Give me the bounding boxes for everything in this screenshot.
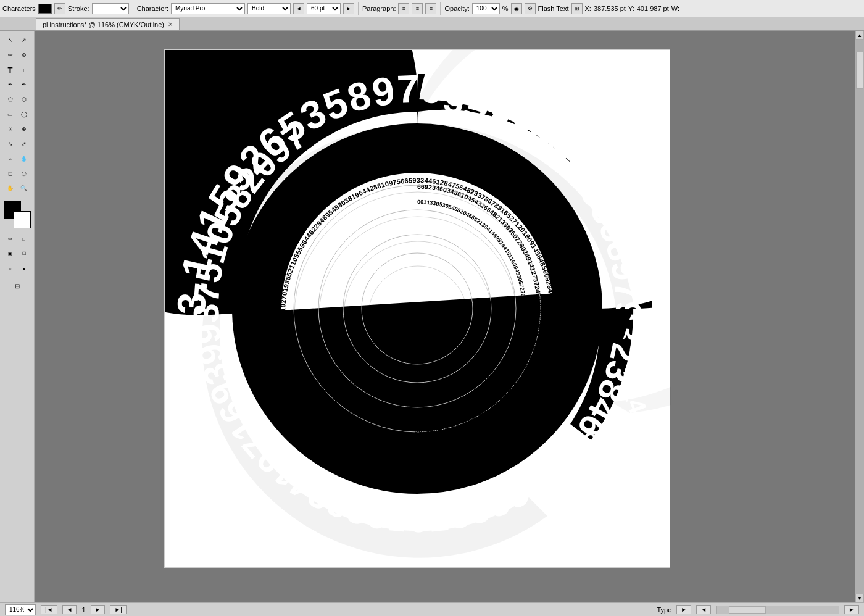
align-left-btn[interactable]: ≡ xyxy=(398,3,409,14)
bezigon-tool[interactable]: ⬠ xyxy=(4,93,17,106)
tab-bar: pi instructions* @ 116% (CMYK/Outline) ✕ xyxy=(0,17,864,31)
font-size-decrease-btn[interactable]: ◄ xyxy=(293,3,304,14)
character-label: Character: xyxy=(137,5,168,12)
scale-tool[interactable]: ⤡ xyxy=(4,137,17,151)
lasso-tool[interactable]: ⊙ xyxy=(17,48,30,62)
ellipse-tool[interactable]: ◯ xyxy=(17,107,30,121)
prev-page-btn[interactable]: ◄ xyxy=(62,605,77,614)
hand-tool[interactable]: ✋ xyxy=(4,181,17,195)
left-toolbar: ↖ ↗ ✏ ⊙ T Tᵢ ✒ ✒ ⬠ ⬡ ▭ ◯ ⚔ ⊕ ⤡ ⤢ xyxy=(0,31,35,602)
align-right-btn[interactable]: ≡ xyxy=(425,3,436,14)
scroll-right-btn[interactable]: ► xyxy=(844,605,859,614)
knife-tool[interactable]: ⚔ xyxy=(4,122,17,136)
characters-label: Characters xyxy=(2,5,36,12)
zoom-dropdown[interactable]: 116% xyxy=(5,604,36,615)
font-family-dropdown[interactable]: Myriad Pro xyxy=(171,3,245,14)
scroll-left-btn[interactable]: ◄ xyxy=(696,605,711,614)
paint-tools: ⬦ 💧 xyxy=(4,152,30,165)
w-label: W: xyxy=(671,5,679,12)
canvas-area: 3.14159265358979323846264338327950288419… xyxy=(35,31,855,602)
hide-btn[interactable]: ○ xyxy=(4,262,17,275)
color-swatch[interactable] xyxy=(38,4,52,14)
svg-point-14 xyxy=(318,210,516,407)
paint-bucket-tool[interactable]: ⬦ xyxy=(4,152,17,165)
flash-text-btn[interactable]: ⊞ xyxy=(571,3,583,14)
scroll-track xyxy=(855,40,864,594)
font-size-increase-btn[interactable]: ► xyxy=(343,3,354,14)
right-scrollbar: ▲ ▼ xyxy=(855,31,864,602)
opacity-dropdown[interactable]: 100 xyxy=(472,3,500,14)
tab-label: pi instructions* @ 116% (CMYK/Outline) xyxy=(43,21,164,28)
paragraph-label: Paragraph: xyxy=(362,5,396,12)
rectangle-tool[interactable]: ▭ xyxy=(4,107,17,121)
text-tool[interactable]: T xyxy=(4,63,17,77)
pen-tools: ✒ ✒ xyxy=(4,78,30,91)
stroke-label: Stroke: xyxy=(68,5,89,12)
pi-main-svg: 3.14159265358979323846264338327950288419… xyxy=(183,74,652,543)
shape-tools: ▭ ◯ xyxy=(4,107,30,121)
tab-close-btn[interactable]: ✕ xyxy=(168,21,173,28)
last-page-btn[interactable]: ►| xyxy=(110,605,127,614)
subselect-tool[interactable]: ↗ xyxy=(17,33,30,47)
fill-mode-btn[interactable]: ▣ xyxy=(4,247,17,260)
h-scrollbar xyxy=(716,606,839,614)
settings-btn[interactable]: ⚙ xyxy=(525,3,536,14)
y-value: 401.987 pt xyxy=(637,5,669,12)
x-label: X: xyxy=(585,5,591,12)
document-tab[interactable]: pi instructions* @ 116% (CMYK/Outline) ✕ xyxy=(36,18,180,30)
outline-view-btn[interactable]: □ xyxy=(17,232,30,246)
view-tools: ▭ □ xyxy=(4,232,30,246)
pen-sub-tool[interactable]: ✒ xyxy=(17,78,30,91)
artboard: 3.14159265358979323846264338327950288419… xyxy=(164,49,670,568)
opacity-label: Opacity: xyxy=(444,5,469,12)
scroll-thumb[interactable] xyxy=(856,52,863,89)
special-tools: ○ ● xyxy=(4,262,30,275)
blur-tool[interactable]: ◌ xyxy=(17,167,30,180)
knife-tools: ⚔ ⊕ xyxy=(4,122,30,136)
bezigon-sub-tool[interactable]: ⬡ xyxy=(17,93,30,106)
next-page-btn[interactable]: ► xyxy=(91,605,106,614)
scale-tools: ⤡ ⤢ xyxy=(4,137,30,151)
eraser-tools: ◻ ◌ xyxy=(4,167,30,180)
stroke-mode-btn[interactable]: ☐ xyxy=(17,247,30,260)
font-size-dropdown[interactable]: 60 pt xyxy=(307,3,341,14)
lasso-tools: ✏ ⊙ xyxy=(4,48,30,62)
screen-mode-btn[interactable]: ⊟ xyxy=(4,279,31,293)
top-toolbar: Characters ✏ Stroke: Character: Myriad P… xyxy=(0,0,864,17)
sep3 xyxy=(440,2,441,15)
normal-view-btn[interactable]: ▭ xyxy=(4,232,17,246)
first-page-btn[interactable]: |◄ xyxy=(41,605,57,614)
pen-tool[interactable]: ✒ xyxy=(4,78,17,91)
align-center-btn[interactable]: ≡ xyxy=(412,3,423,14)
page-number: 1 xyxy=(81,606,85,614)
hand-tools: ✋ 🔍 xyxy=(4,181,30,195)
select-tools: ↖ ↗ xyxy=(4,33,30,47)
pi-content-wrapper: 3.14159265358979323846264338327950288419… xyxy=(165,50,670,567)
svg-point-16 xyxy=(362,253,473,364)
scroll-down-btn[interactable]: ▼ xyxy=(855,594,864,602)
transform-tool[interactable]: ⊕ xyxy=(17,122,30,136)
stroke-dropdown[interactable] xyxy=(92,3,129,14)
show-btn[interactable]: ● xyxy=(17,262,30,275)
select-tool[interactable]: ↖ xyxy=(4,33,17,47)
text-sub-tool[interactable]: Tᵢ xyxy=(17,63,30,77)
opacity-btn[interactable]: ◉ xyxy=(511,3,522,14)
font-weight-dropdown[interactable]: Bold xyxy=(247,3,291,14)
background-swatch[interactable] xyxy=(14,211,31,228)
stroke-tool-btn[interactable]: ✏ xyxy=(54,3,65,14)
bezigon-tools: ⬠ ⬡ xyxy=(4,93,30,106)
eyedropper-tool[interactable]: 💧 xyxy=(17,152,30,165)
text-tools: T Tᵢ xyxy=(4,63,30,77)
scroll-up-btn[interactable]: ▲ xyxy=(855,31,864,40)
svg-text:3238462: 3238462 xyxy=(548,512,573,543)
zoom-tool[interactable]: 🔍 xyxy=(17,181,30,195)
svg-text:117450284102701938521105559644: 1174502841027019385211055596446229489549… xyxy=(391,165,561,452)
skew-tool[interactable]: ⤢ xyxy=(17,137,30,151)
svg-text:65358979: 65358979 xyxy=(579,428,623,536)
h-scroll-thumb[interactable] xyxy=(729,606,766,614)
eraser-tool[interactable]: ◻ xyxy=(4,167,17,180)
color-swatch-area xyxy=(4,201,31,228)
bottom-bar: 116% |◄ ◄ 1 ► ►| Type ► ◄ ► xyxy=(0,602,864,616)
type-arrow-btn[interactable]: ► xyxy=(676,605,691,614)
freehand-tool[interactable]: ✏ xyxy=(4,48,17,62)
